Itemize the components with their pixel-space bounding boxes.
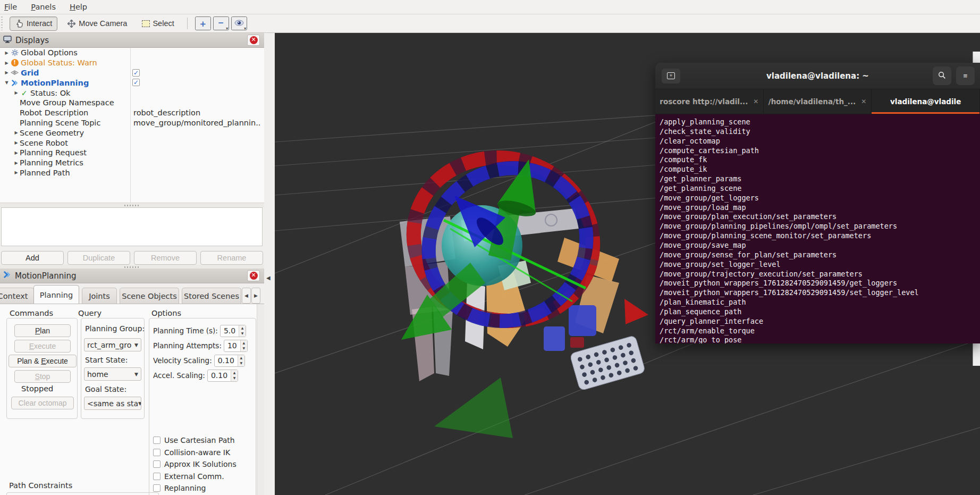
display-enabled-checkbox[interactable]: ✓	[132, 69, 140, 77]
terminal-tab[interactable]: /home/vladilena/th_... ✕	[764, 89, 872, 114]
checkbox-row-replanning[interactable]: Replanning	[153, 484, 206, 492]
tree-row[interactable]: Move Group Namespace	[0, 98, 264, 108]
checkbox-row-external-comm-[interactable]: External Comm.	[153, 472, 224, 481]
expander-collapsed-icon[interactable]: ▶	[3, 51, 10, 55]
panel-scrollbar[interactable]	[257, 304, 264, 495]
checkbox-row-collision-aware-ik[interactable]: Collision-aware IK	[153, 448, 230, 457]
spin-up-icon[interactable]: ▲	[239, 325, 246, 331]
expander-collapsed-icon[interactable]: ▶	[13, 150, 20, 155]
rename-display-button[interactable]: Rename	[200, 251, 263, 265]
planning-group-dropdown[interactable]: rct_arm_gro▼	[84, 338, 141, 351]
tree-row[interactable]: ▶Planning Request	[0, 148, 264, 158]
property-value[interactable]: move_group/monitored_plannin...	[133, 119, 261, 127]
menu-item-panels[interactable]: Panels	[31, 3, 56, 11]
spin-down-icon[interactable]: ▼	[239, 331, 246, 337]
tab-scene-objects[interactable]: Scene Objects	[120, 288, 179, 304]
checkbox[interactable]	[153, 437, 160, 444]
spin-up-icon[interactable]: ▲	[238, 355, 244, 361]
tab-stored-scenes[interactable]: Stored Scenes	[182, 288, 241, 304]
goal-state-dropdown[interactable]: <same as sta▼	[84, 397, 141, 410]
checkbox-row-approx-ik-solutions[interactable]: Approx IK Solutions	[153, 460, 236, 468]
select-tool-button[interactable]: Select	[137, 16, 179, 31]
tree-row[interactable]: ▶!Global Status: Warn	[0, 58, 264, 68]
motion-planning-close-button[interactable]: ✕	[247, 270, 260, 281]
display-enabled-checkbox[interactable]: ✓	[132, 79, 140, 86]
tree-row[interactable]: ▶Planning Metrics	[0, 158, 264, 168]
displays-close-button[interactable]: ✕	[247, 35, 260, 46]
stop-button[interactable]: Stop	[14, 370, 71, 383]
spinbox[interactable]: 0.10▲▼	[207, 370, 238, 382]
expander-collapsed-icon[interactable]: ▶	[13, 140, 20, 145]
tree-row[interactable]: ▶Scene Geometry	[0, 128, 264, 138]
terminal-line: /rct/arm/go_to_pose	[660, 335, 980, 343]
checkbox[interactable]	[153, 460, 160, 468]
tree-row[interactable]: Robot Descriptionrobot_description	[0, 108, 264, 118]
menu-button[interactable]: ≡	[956, 66, 975, 85]
focus-camera-button[interactable]: ▼	[231, 16, 247, 30]
tab-scroll-left-button[interactable]: ◀	[242, 288, 251, 304]
panel-splitter[interactable]	[0, 203, 264, 207]
tree-row-label: Global Status: Warn	[21, 58, 97, 67]
toolbar-drag-handle[interactable]	[1, 16, 5, 30]
expander-expanded-icon[interactable]: ▼	[3, 80, 10, 85]
chevron-down-icon: ▼	[225, 27, 229, 30]
search-button[interactable]	[933, 66, 951, 85]
terminal-tab[interactable]: vladilena@vladile	[872, 89, 980, 114]
tree-row[interactable]: Planning Scene Topicmove_group/monitored…	[0, 118, 264, 128]
terminal-tab[interactable]: roscore http://vladil... ✕	[655, 89, 764, 114]
plan-button[interactable]: Plan	[14, 324, 71, 337]
spin-down-icon[interactable]: ▼	[231, 375, 238, 381]
tab-scroll-right-button[interactable]: ▶	[251, 288, 260, 304]
spin-down-icon[interactable]: ▼	[241, 346, 247, 351]
tab-joints[interactable]: Joints	[82, 288, 117, 304]
spinbox[interactable]: 5.0▲▼	[220, 325, 246, 337]
plan-execute-button[interactable]: Plan & Execute	[9, 355, 77, 367]
duplicate-display-button[interactable]: Duplicate	[67, 251, 130, 265]
tab-planning[interactable]: Planning	[33, 285, 79, 304]
checkbox[interactable]	[153, 449, 160, 456]
zoom-in-button[interactable]: ＋	[195, 16, 211, 30]
checkbox[interactable]	[153, 484, 160, 492]
terminal-line: /get_planner_params	[660, 174, 980, 184]
collapse-panel-arrow-icon[interactable]: ◀	[266, 275, 271, 281]
checkbox[interactable]	[153, 473, 160, 480]
tree-row[interactable]: ▶Planned Path	[0, 168, 264, 178]
motion-planning-tabs: ContextPlanningJointsScene ObjectsStored…	[0, 284, 264, 304]
close-tab-icon[interactable]: ✕	[861, 98, 866, 105]
start-state-dropdown[interactable]: home▼	[84, 367, 141, 381]
spin-up-icon[interactable]: ▲	[241, 340, 247, 346]
interact-tool-button[interactable]: Interact	[10, 16, 57, 31]
new-tab-button[interactable]: +	[662, 69, 680, 83]
add-display-button[interactable]: Add	[1, 251, 64, 265]
tree-row[interactable]: ▼MotionPlanning✓	[0, 78, 264, 88]
move-camera-tool-button[interactable]: Move Camera	[62, 16, 132, 31]
menu-bar: FilePanelsHelp	[0, 0, 980, 14]
execute-button[interactable]: Execute	[14, 340, 71, 353]
expander-collapsed-icon[interactable]: ▶	[13, 161, 20, 165]
expander-collapsed-icon[interactable]: ▶	[3, 70, 10, 75]
spinbox[interactable]: 10▲▼	[224, 340, 248, 352]
clear-octomap-button[interactable]: Clear octomap	[11, 397, 74, 409]
expander-collapsed-icon[interactable]: ▶	[13, 90, 20, 95]
tree-row[interactable]: ▶Grid✓	[0, 68, 264, 78]
tree-row[interactable]: ▶Global Options	[0, 48, 264, 58]
menu-item-help[interactable]: Help	[70, 3, 87, 11]
remove-display-button[interactable]: Remove	[134, 251, 197, 265]
terminal-titlebar[interactable]: + vladilena@vladilena: ~ ≡	[655, 63, 980, 89]
checkbox-row-use-cartesian-path[interactable]: Use Cartesian Path	[153, 436, 235, 444]
expander-collapsed-icon[interactable]: ▶	[13, 130, 20, 135]
spin-down-icon[interactable]: ▼	[238, 360, 244, 366]
tree-row[interactable]: ▶Scene Robot	[0, 138, 264, 148]
close-tab-icon[interactable]: ✕	[753, 98, 758, 105]
menu-item-file[interactable]: File	[4, 3, 17, 11]
expander-collapsed-icon[interactable]: ▶	[13, 170, 20, 175]
spin-up-icon[interactable]: ▲	[231, 370, 238, 376]
red-arrow-marker[interactable]	[624, 299, 648, 324]
tab-context[interactable]: Context	[0, 288, 34, 304]
expander-collapsed-icon[interactable]: ▶	[3, 61, 10, 65]
spinbox[interactable]: 0.10▲▼	[214, 355, 245, 367]
zoom-out-button[interactable]: −▼	[213, 16, 229, 30]
terminal-output[interactable]: /apply_planning_scene/check_state_validi…	[655, 114, 980, 343]
tree-row[interactable]: ▶✓Status: Ok	[0, 88, 264, 98]
property-value[interactable]: robot_description	[133, 108, 200, 117]
